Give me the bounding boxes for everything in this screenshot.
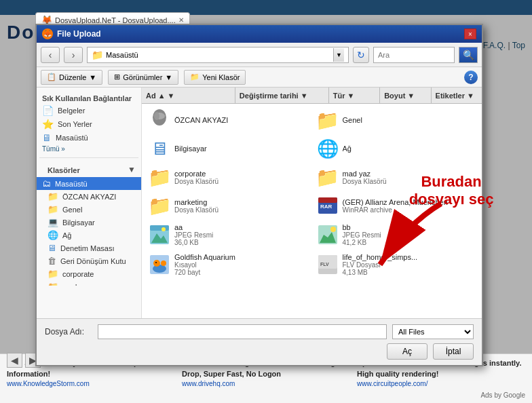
file-item-ag[interactable]: 🌐 Ağ [313, 135, 480, 162]
svg-point-16 [161, 261, 166, 266]
sidebar-item-masaustu[interactable]: 🗂 Masaüstü [37, 177, 141, 190]
col-etiketler-filter-icon[interactable]: ▼ [467, 92, 474, 100]
sidebar-item-ag[interactable]: 🌐 Ağ [37, 229, 141, 242]
annotation-text: Buradan dosyayı seç [400, 173, 502, 209]
search-go-button[interactable]: 🔍 [459, 47, 478, 63]
sidebar-item-genel[interactable]: 📁 Genel [37, 203, 141, 216]
nav-left-icon[interactable]: ◀ [7, 353, 22, 368]
col-degistirme[interactable]: Değiştirme tarihi ▼ [235, 88, 329, 103]
filename-input[interactable] [98, 324, 387, 339]
col-ad-filter-icon[interactable]: ▼ [168, 92, 175, 100]
sidebar-item-belgeler[interactable]: 📄 Belgeler [37, 104, 141, 117]
file-item-marketing[interactable]: 📁 marketing Dosya Klasörü [145, 192, 311, 219]
refresh-button[interactable]: ↻ [353, 47, 369, 63]
folders-scroll-panel: 🗂 Masaüstü 📁 ÖZCAN AKYAZI 📁 Genel 💻 Bilg… [37, 177, 141, 286]
help-button[interactable]: ? [464, 71, 478, 84]
sidebar-item-corporate[interactable]: 📁 corporate [37, 267, 141, 280]
sidebar-item-bilgisayar[interactable]: 💻 Bilgisayar [37, 216, 141, 229]
file-item-genel[interactable]: 📁 Genel [313, 107, 480, 134]
corporate-label: corporate [62, 270, 94, 278]
views-label: Görünümler [123, 73, 162, 81]
son-yerler-icon: ⭐ [42, 119, 54, 130]
forward-button[interactable]: › [64, 47, 83, 63]
aa-file-icon [149, 224, 170, 246]
location-dropdown-button[interactable]: ▼ [333, 48, 344, 62]
bb-file-meta: JPEG Resmi41,2 KB [343, 231, 476, 246]
aa-file-info: aa JPEG Resmi36,0 KB [174, 223, 307, 246]
marketing-file-name: marketing [174, 198, 307, 206]
location-text: Masaüstü [106, 51, 330, 59]
file-item-bb[interactable]: bb JPEG Resmi41,2 KB [313, 220, 480, 249]
organize-dropdown-icon: ▼ [89, 73, 96, 81]
svg-point-9 [162, 227, 166, 231]
organize-label: Düzenle [59, 73, 86, 81]
folders-section-title: Klasörler [42, 164, 86, 176]
ads-col1-url[interactable]: www.KnowledgeStorm.com [7, 380, 90, 387]
svg-text:RAR: RAR [320, 204, 332, 210]
col-tur[interactable]: Tür ▼ [329, 88, 380, 103]
col-ad-sort-icon: ▲ [158, 92, 166, 100]
svg-rect-4 [318, 197, 337, 203]
file-item-corporate[interactable]: 📁 corporate Dosya Klasörü [145, 164, 311, 191]
open-button[interactable]: Aç [387, 343, 428, 360]
ads-col2-url[interactable]: www.drivehq.com [182, 380, 235, 387]
views-icon: ⊞ [114, 73, 120, 81]
folders-expand-icon[interactable]: ▼ [128, 165, 136, 174]
sidebar-item-son-yerler[interactable]: ⭐ Son Yerler [37, 117, 141, 131]
sidebar-item-geri[interactable]: 🗑 Geri Dönüşüm Kutu [37, 254, 141, 267]
sidebar-item-denetim[interactable]: 🖥 Denetim Masası [37, 242, 141, 254]
search-icon: 🔍 [463, 50, 474, 60]
col-etiketler[interactable]: Etiketler ▼ [432, 88, 482, 103]
col-degistirme-filter-icon[interactable]: ▼ [301, 92, 308, 100]
genel-file-name: Genel [343, 116, 476, 124]
ozcan-file-name: ÖZCAN AKYAZI [174, 116, 307, 124]
corporate-file-info: corporate Dosya Klasörü [174, 170, 307, 185]
ozcan-file-icon [149, 109, 170, 131]
belgeler-icon: 📄 [42, 105, 54, 116]
sidebar-item-masaustu-fav[interactable]: 🖥 Masaüstü [37, 131, 141, 145]
ger-file-icon: RAR [317, 195, 339, 216]
masaustu-icon: 🗂 [42, 178, 51, 189]
organize-icon: 📋 [47, 73, 56, 81]
col-ad-label: Ad [146, 92, 156, 100]
see-all-link[interactable]: Tümü » [37, 145, 141, 153]
cancel-button[interactable]: İptal [433, 343, 474, 360]
left-panel: Sık Kullanılan Bağlantılar 📄 Belgeler ⭐ … [37, 88, 142, 318]
dialog-close-button[interactable]: × [464, 28, 476, 39]
homer-file-info: life_of_homer_simps... FLV Dosyası4,13 M… [343, 253, 476, 276]
search-input[interactable] [373, 47, 455, 63]
col-tur-filter-icon[interactable]: ▼ [347, 92, 354, 100]
masaustu-fav-icon: 🖥 [42, 132, 52, 143]
views-button[interactable]: ⊞ Görünümler ▼ [108, 70, 178, 85]
filetype-select[interactable]: All Files [392, 324, 474, 339]
genel-file-icon: 📁 [317, 109, 339, 131]
tab-close-icon[interactable]: ✕ [178, 16, 184, 24]
ads-col3-url[interactable]: www.circuitpeople.com/ [357, 380, 428, 387]
madyaz-file-icon: 📁 [317, 166, 339, 188]
file-item-goldfish[interactable]: Goldfish Aquarium Kısayol720 bayt [145, 250, 311, 279]
sidebar-item-ozcan[interactable]: 📁 ÖZCAN AKYAZI [37, 190, 141, 203]
organize-button[interactable]: 📋 Düzenle ▼ [41, 70, 102, 85]
new-folder-button[interactable]: 📁 Yeni Klasör [184, 70, 246, 85]
col-ad[interactable]: Ad ▲ ▼ [142, 88, 235, 103]
denetim-label: Denetim Masası [60, 244, 114, 252]
dialog-titlebar: 🦊 File Upload × [37, 25, 482, 43]
button-row: Aç İptal [45, 343, 474, 360]
file-item-aa[interactable]: aa JPEG Resmi36,0 KB [145, 220, 311, 249]
col-boyut[interactable]: Boyut ▼ [380, 88, 431, 103]
col-boyut-filter-icon[interactable]: ▼ [407, 92, 415, 100]
col-tur-label: Tür [333, 92, 345, 100]
filename-label: Dosya Adı: [45, 327, 92, 337]
marketing-file-meta: Dosya Klasörü [174, 206, 307, 214]
dialog-controls: × [464, 28, 476, 39]
file-item-bilgisayar[interactable]: 🖥 Bilgisayar [145, 135, 311, 162]
sidebar-item-madyaz[interactable]: 📁 mad yaz [37, 280, 141, 286]
new-folder-icon: 📁 [190, 73, 200, 81]
file-item-ozcan[interactable]: ÖZCAN AKYAZI [145, 107, 311, 134]
ozcan-label: ÖZCAN AKYAZI [62, 193, 116, 201]
back-button[interactable]: ‹ [41, 47, 60, 63]
col-degistirme-label: Değiştirme tarihi [240, 92, 299, 100]
dialog-title-text: File Upload [57, 29, 101, 39]
madyaz-icon: 📁 [48, 282, 58, 286]
file-item-homer[interactable]: FLV life_of_homer_simps... FLV Dosyası4,… [313, 250, 480, 279]
